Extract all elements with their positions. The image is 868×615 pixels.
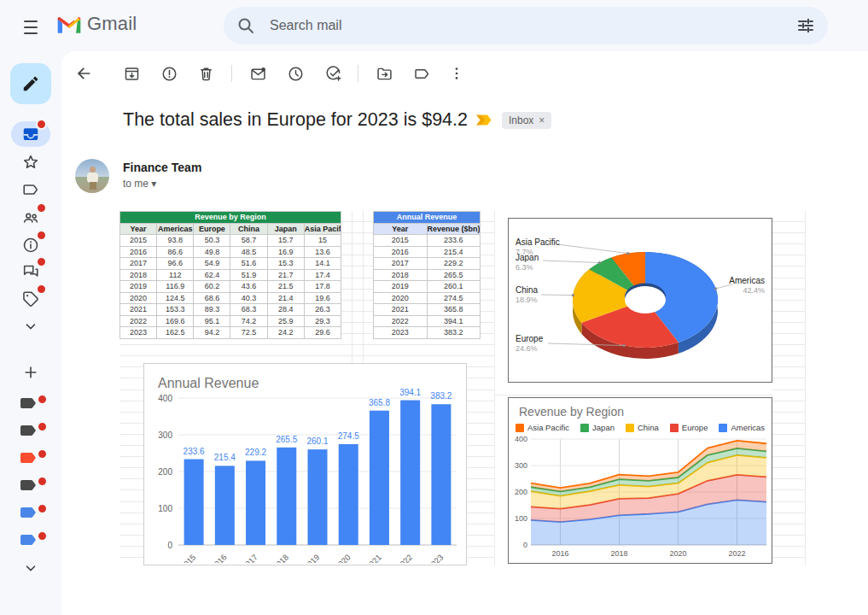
table-cell: 51.6 [230,258,267,270]
table-cell: 2016 [374,246,428,258]
table-cell: 2023 [120,327,157,339]
mark-unread-button[interactable] [244,60,271,87]
add-to-tasks-button[interactable] [319,60,347,87]
legend-swatch-icon [580,424,589,432]
gmail-logo-icon[interactable] [55,12,84,39]
table-cell: 2021 [374,304,428,316]
svg-text:24.6%: 24.6% [516,344,538,353]
svg-text:400: 400 [158,394,172,403]
report-spam-icon [160,65,178,83]
svg-text:2016: 2016 [551,549,568,558]
sender-name: Finance Team [123,161,201,174]
folder-move-icon [376,65,393,83]
revenue-by-region-table: Revenue by RegionYearAmericasEuropeChina… [119,211,341,339]
table-cell: 74.2 [230,315,267,327]
sidebar-expand-button[interactable] [17,554,44,582]
sidebar-label-1[interactable] [19,424,43,439]
add-label-button[interactable] [17,359,44,386]
sheet-grid [772,211,805,565]
sidebar-item-promotions[interactable] [17,285,44,313]
table-row: 2020124.568.640.321.419.6 [120,292,341,304]
table-header-cell: Americas [157,223,194,235]
sidebar-label-0[interactable] [19,396,43,412]
svg-text:383.2: 383.2 [430,391,451,401]
svg-text:400: 400 [515,436,527,443]
table-header-cell: Year [374,223,428,235]
svg-text:Asia Pacific: Asia Pacific [516,237,560,247]
legend-item: Japan [580,423,615,432]
area-chart: Revenue by Region Asia PacificJapanChina… [508,397,772,564]
recipient-dropdown[interactable]: to me ▾ [123,178,156,190]
table-cell: 94.2 [194,327,230,339]
svg-text:18.9%: 18.9% [516,296,538,304]
table-cell: 2022 [120,315,157,327]
chip-close-icon[interactable]: × [539,114,545,126]
search-bar[interactable] [224,7,828,44]
table-row: 201593.850.358.715.715 [120,235,341,247]
plus-icon [22,364,39,381]
sidebar-label-5[interactable] [19,533,43,548]
gmail-window: Gmail [0,0,868,615]
search-input[interactable] [268,17,784,34]
svg-text:2023: 2023 [426,553,446,563]
mail-card: The total sales in Europe for 2023 is $9… [61,51,868,615]
inbox-chip[interactable]: Inbox × [502,112,551,129]
table-cell: 153.3 [157,304,194,316]
archive-button[interactable] [118,60,145,87]
svg-text:0: 0 [167,541,172,550]
svg-text:100: 100 [158,504,172,513]
table-row: 2016215.4 [374,246,481,258]
more-options-button[interactable] [443,60,470,87]
sidebar-label-3[interactable] [19,478,43,494]
importance-marker-icon[interactable] [476,114,493,126]
table-cell: 2019 [120,281,157,293]
mark-unread-icon [249,65,267,83]
legend-swatch-icon [670,424,679,432]
labels-button[interactable] [408,60,435,87]
toolbar-divider [358,65,358,82]
svg-text:6.3%: 6.3% [516,263,533,272]
sidebar-item-forums[interactable] [17,258,44,285]
move-to-button[interactable] [370,60,398,87]
back-button[interactable] [70,60,97,87]
bar [246,460,265,545]
table-title: Revenue by Region [120,212,341,224]
sidebar-item-starred[interactable] [17,149,44,176]
compose-button[interactable] [10,63,51,104]
sidebar-more-button[interactable] [17,313,44,340]
table-cell: 2023 [374,327,428,339]
hamburger-menu-icon[interactable] [19,16,43,35]
search-icon[interactable] [236,15,256,36]
table-cell: 14.1 [304,258,341,270]
sidebar-item-important[interactable] [17,176,44,203]
table-cell: 394.1 [427,315,481,327]
table-header-cell: Asia Pacific [304,223,341,235]
sidebar-item-social[interactable] [17,204,44,231]
table-cell: 58.7 [230,235,267,247]
table-cell: 21.5 [267,281,304,293]
table-cell: 43.6 [230,281,267,293]
delete-button[interactable] [192,60,219,87]
table-cell: 86.6 [157,246,194,258]
svg-text:274.5: 274.5 [338,431,359,441]
svg-text:233.6: 233.6 [184,447,205,456]
sidebar-label-2[interactable] [19,451,43,466]
report-spam-button[interactable] [155,60,183,87]
svg-text:2021: 2021 [364,553,383,563]
svg-text:China: China [516,285,539,295]
back-arrow-icon [78,67,90,79]
svg-text:215.4: 215.4 [214,453,236,462]
table-header-cell: China [230,223,267,235]
sidebar-item-inbox[interactable] [17,120,44,148]
table-row: 2021153.389.368.328.426.3 [120,304,341,316]
notification-badge [37,421,48,432]
table-cell: 2015 [120,235,157,247]
table-cell: 40.3 [230,292,267,304]
sender-avatar[interactable] [75,159,109,193]
sidebar-label-4[interactable] [19,506,43,521]
snooze-button[interactable] [282,60,309,87]
toolbar-divider [231,65,232,82]
tune-icon[interactable] [795,15,816,36]
sidebar-item-updates[interactable] [17,231,44,259]
svg-text:2019: 2019 [302,553,322,563]
